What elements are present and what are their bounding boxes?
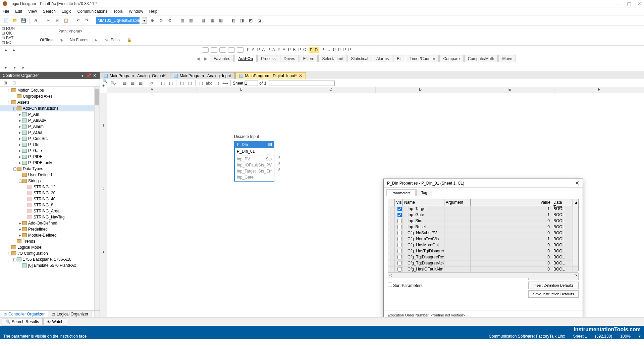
editor-tab[interactable]: MainProgram - Analog_Input (170, 72, 235, 79)
tree-item[interactable]: ▢Add-On Instructions (0, 105, 100, 111)
cat-nav-right[interactable]: ▶ (202, 56, 209, 61)
tree-item[interactable]: STRING_8 (0, 202, 100, 208)
parameter-row[interactable]: I Cfg_TgtDisagreeAck...0BOOL (388, 260, 578, 266)
organizer-tree[interactable]: ▢Motion Groups Ungrouped Axes▢Assets▢Add… (0, 87, 100, 317)
sheet-area[interactable]: ABCDEF 123 Discrete Input P_DIn P_DIn_01… (100, 87, 644, 317)
et-1[interactable]: ▦ (121, 80, 128, 87)
cat-tab-favorites[interactable]: Favorites (210, 55, 234, 62)
print-icon[interactable]: 🖨 (33, 17, 39, 24)
vis-checkbox[interactable] (397, 261, 402, 265)
forces-status[interactable]: No Forces (67, 37, 91, 43)
tree-item[interactable]: ▢I/O Configuration (0, 250, 100, 256)
minimize-button[interactable]: — (616, 1, 621, 6)
tree-item[interactable]: ▸P_Alarm (0, 123, 100, 130)
parameter-row[interactable]: I Cfg_HasMoreObj0BOOL (388, 242, 578, 248)
vis-checkbox[interactable] (397, 255, 402, 259)
tree-item[interactable]: STRING_12 (0, 184, 100, 190)
dialog-tab-parameters[interactable]: Parameters (386, 189, 416, 196)
open-icon[interactable]: 📂 (11, 17, 18, 24)
mode-offline[interactable]: Offline (38, 37, 55, 43)
tool-b[interactable]: ⚙ (158, 17, 164, 24)
tool-i[interactable]: ◧ (230, 17, 236, 24)
tool-e[interactable]: ▥ (187, 17, 194, 24)
tool-a[interactable]: ⚙ (149, 17, 156, 24)
parameter-row[interactable]: I Cfg_HasIOFaultAlm0BOOL (388, 266, 578, 273)
menu-logic[interactable]: Logic (62, 9, 71, 14)
zoom-out-icon[interactable]: 🔍- (110, 80, 117, 87)
parameter-row[interactable]: I Inp_Reset0BOOL (388, 224, 578, 230)
tab-close-icon[interactable]: ✕ (299, 73, 302, 78)
column-header[interactable]: B (197, 87, 286, 93)
edit-tool-1[interactable]: ▸ (3, 64, 9, 71)
tree-item[interactable]: STRING_40 (0, 196, 100, 202)
tree-item[interactable]: ▸P_DIn (0, 142, 100, 148)
tool-l[interactable]: ◪ (256, 17, 263, 24)
shape-1[interactable] (202, 47, 209, 53)
column-header[interactable]: C (286, 87, 376, 93)
menu-edit[interactable]: Edit (15, 9, 22, 14)
parameter-row[interactable]: I Inp_Gate1BOOL (388, 212, 578, 218)
tool-f[interactable]: ▦ (200, 17, 207, 24)
edits-status[interactable]: No Edits (102, 37, 122, 43)
cat-tool-2[interactable]: ▸ (11, 47, 17, 53)
tree-item[interactable]: ▸P_AInAdv (0, 117, 100, 123)
dialog-tab-tag[interactable]: Tag (416, 189, 432, 196)
cut-icon[interactable]: ✂ (45, 17, 52, 24)
tree-item[interactable]: STRING_NavTag (0, 214, 100, 220)
tag-selector-arrow[interactable]: ▾ (142, 17, 147, 24)
cat-tab-compare[interactable]: Compare (439, 55, 463, 62)
undo-icon[interactable]: ↶ (75, 17, 82, 24)
cat-tab-process[interactable]: Process (257, 55, 279, 62)
org-tool-2[interactable]: ⊟ (11, 80, 17, 86)
tool-c[interactable]: ⚙ (166, 17, 173, 24)
new-icon[interactable]: 📄 (3, 17, 9, 24)
cat-tab-compute[interactable]: Compute/Math (464, 55, 498, 62)
vis-checkbox[interactable] (397, 225, 402, 229)
copy-icon[interactable]: ⎘ (54, 17, 60, 24)
search-results-tab[interactable]: 🔍 Search Results (2, 318, 43, 326)
tree-item[interactable]: ▸P_AOut (0, 130, 100, 136)
et-11[interactable]: ▢ (214, 80, 220, 87)
menu-communications[interactable]: Communications (77, 9, 107, 14)
save-icon[interactable]: 💾 (20, 17, 27, 24)
shape-3[interactable] (219, 47, 226, 53)
vis-checkbox[interactable] (397, 249, 402, 253)
edit-tool-3[interactable]: ▸ (20, 64, 27, 71)
cat-tab-stat[interactable]: Statistical (347, 55, 372, 62)
cat-nav-left[interactable]: ◀ (195, 56, 202, 61)
cat-tab-filters[interactable]: Filters (300, 55, 318, 62)
fblock-pin[interactable]: Inp_PVSts (237, 156, 272, 162)
grid-hscroll[interactable]: <> (388, 273, 578, 278)
shape-4[interactable] (228, 47, 235, 53)
tree-item[interactable]: ▸P_PIDE (0, 154, 100, 160)
vis-checkbox[interactable] (397, 207, 402, 211)
watch-tab[interactable]: 👁 Watch (43, 318, 67, 326)
row-header[interactable]: 3 (100, 221, 107, 285)
tree-item[interactable]: [0] Emulate 5570 PlantPAx (0, 262, 100, 268)
menu-help[interactable]: Help (149, 9, 158, 14)
grid-vscroll[interactable] (573, 206, 578, 265)
tool-d[interactable]: ▥ (179, 17, 185, 24)
fblock-props-icon[interactable] (268, 143, 272, 146)
cat-tab-timer[interactable]: Timer/Counter (406, 55, 439, 62)
sort-parameters-checkbox[interactable]: Sort Parameters (388, 283, 423, 288)
shape-2[interactable] (211, 47, 217, 53)
vis-checkbox[interactable] (397, 213, 402, 217)
et-2[interactable]: ▦ (129, 80, 136, 87)
sheet-number-input[interactable] (245, 81, 258, 86)
cat-tab-move[interactable]: Move (498, 55, 516, 62)
tree-item[interactable]: ▸P_CmdSrc (0, 136, 100, 142)
zoom-in-icon[interactable]: 🔍+ (102, 80, 109, 87)
vis-checkbox[interactable] (397, 243, 402, 247)
edit-tool-2[interactable]: ▸ (11, 64, 18, 71)
cat-tab-addon[interactable]: Add-On (234, 55, 257, 62)
dialog-close-icon[interactable]: ✕ (575, 180, 579, 186)
parameter-row[interactable]: I Cfg_NormTextVis1BOOL (388, 236, 578, 242)
cat-tab-select[interactable]: Select/Limit (318, 55, 346, 62)
column-header[interactable]: F (554, 87, 644, 93)
menu-tools[interactable]: Tools (113, 9, 123, 14)
menu-view[interactable]: View (28, 9, 37, 14)
cat-tab-alarms[interactable]: Alarms (373, 55, 392, 62)
tool-h[interactable]: ▦ (217, 17, 224, 24)
function-block[interactable]: P_DIn P_DIn_01 Inp_PVStsInp_IOFaultSts_P… (234, 141, 274, 182)
